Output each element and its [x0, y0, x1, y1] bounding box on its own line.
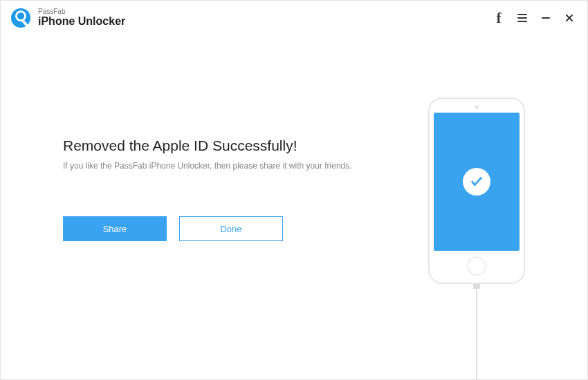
right-panel: [407, 97, 546, 380]
headline: Removed the Apple ID Successfully!: [63, 137, 380, 154]
success-check-icon: [463, 168, 490, 196]
menu-icon[interactable]: [515, 11, 529, 25]
brand-logo-icon: [10, 8, 31, 28]
button-row: Share Done: [63, 216, 380, 241]
done-button[interactable]: Done: [179, 216, 283, 241]
titlebar: PassFab iPhone Unlocker f: [1, 1, 587, 35]
brand-text: PassFab iPhone Unlocker: [38, 8, 125, 27]
phone-screen: [434, 113, 520, 251]
window-controls: f: [492, 11, 576, 25]
left-panel: Removed the Apple ID Successfully! If yo…: [63, 97, 380, 380]
brand-title: iPhone Unlocker: [38, 16, 125, 28]
brand: PassFab iPhone Unlocker: [10, 8, 125, 28]
share-button[interactable]: Share: [63, 216, 167, 241]
close-icon[interactable]: [562, 11, 576, 25]
minimize-icon[interactable]: [539, 11, 553, 25]
home-button-icon: [467, 256, 486, 276]
cable-line-icon: [476, 289, 477, 380]
cable-connector-icon: [473, 283, 480, 289]
facebook-icon[interactable]: f: [492, 11, 506, 25]
subtext: If you like the PassFab iPhone Unlocker,…: [63, 161, 380, 171]
phone-illustration: [428, 97, 525, 380]
main-content: Removed the Apple ID Successfully! If yo…: [1, 35, 587, 380]
phone-frame: [428, 97, 525, 284]
